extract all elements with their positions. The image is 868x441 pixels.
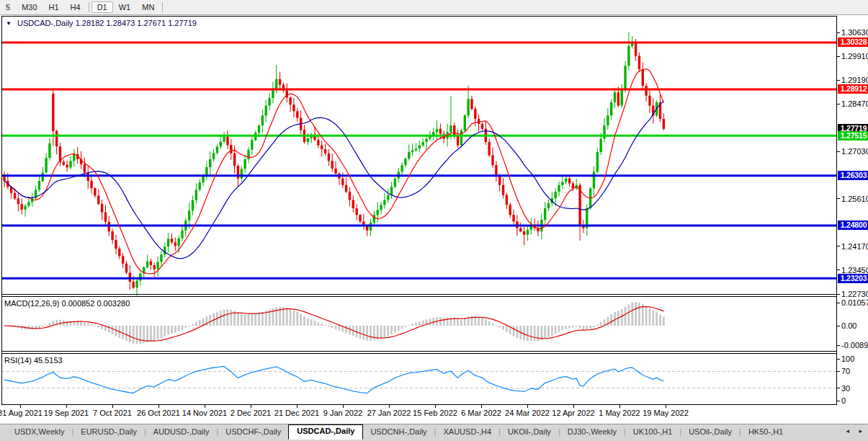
price-tick-1.28470: 1.28470 <box>841 99 868 108</box>
chart-tab-usdcad-daily[interactable]: USDCAD-,Daily <box>288 424 363 440</box>
chart-tab-usoil-daily[interactable]: USOil-,Daily <box>681 426 739 437</box>
price-tick-1.22730: 1.22730 <box>841 290 868 298</box>
chart-tab-hk50-h1[interactable]: HK50-,H1 <box>741 426 790 437</box>
price-flag-1.23203: 1.23203 <box>838 274 868 283</box>
price-flag-1.26303: 1.26303 <box>838 171 868 180</box>
chart-svg <box>0 0 868 441</box>
chart-tab-xauusd-h4[interactable]: XAUUSD-,H4 <box>436 426 498 437</box>
rsi-scale-70: 70 <box>841 367 850 375</box>
date-label: 2 Dec 2021 <box>231 409 271 417</box>
chart-tab-eurusd-daily[interactable]: EURUSD-,Daily <box>73 426 144 437</box>
tab-scroll-right-icon[interactable]: ▸ <box>859 427 862 435</box>
price-tick-1.27030: 1.27030 <box>841 147 868 156</box>
date-label: 26 Oct 2021 <box>137 409 180 417</box>
macd-scale-0.010578: 0.010578 <box>841 298 868 307</box>
macd-scale--0.00896: -0.00896 <box>841 341 868 349</box>
date-label: 1 May 2022 <box>599 409 640 417</box>
chart-tab-usdchf-daily[interactable]: USDCHF-,Daily <box>218 426 288 437</box>
price-flag-1.27515: 1.27515 <box>838 131 868 141</box>
price-tick-1.25610: 1.25610 <box>841 195 868 203</box>
rsi-label: RSI(14) 45.5153 <box>4 356 63 365</box>
date-label: 6 Mar 2022 <box>461 409 501 417</box>
price-flag-1.28912: 1.28912 <box>838 84 868 94</box>
price-tick-1.29190: 1.29190 <box>841 76 868 84</box>
macd-scale-0.00: 0.00 <box>841 321 856 330</box>
chart-tab-usdcnh-daily[interactable]: USDCNH-,Daily <box>363 426 434 437</box>
price-tick-1.30630: 1.30630 <box>841 28 868 37</box>
chart-title: ▼ USDCAD-,Daily 1.28182 1.28473 1.27671 … <box>6 19 197 27</box>
date-label: 27 Jan 2022 <box>367 409 411 417</box>
rsi-scale-0: 0 <box>841 396 846 405</box>
price-tick-1.29910: 1.29910 <box>841 52 868 61</box>
rsi-scale-100: 100 <box>841 355 854 363</box>
chart-tab-ukoil-daily[interactable]: UKOil-,Daily <box>501 426 558 437</box>
rsi-scale-30: 30 <box>841 384 850 393</box>
tab-scroll-left-icon[interactable]: ◂ <box>846 427 849 435</box>
macd-signal-line <box>4 306 663 341</box>
chart-tabbar: USDX,Weekly|EURUSD-,Daily|AUDUSD-,Daily|… <box>0 424 868 441</box>
rsi-line <box>4 366 663 393</box>
date-label: 14 Nov 2021 <box>182 409 227 417</box>
chart-ohlc-quote: 1.28182 1.28473 1.27671 1.27719 <box>76 19 197 27</box>
mt4-window: 5M30H1H4D1W1MN ▼ USDCAD-,Daily 1.28182 1… <box>0 0 868 441</box>
date-label: 21 Dec 2021 <box>274 409 319 417</box>
date-label: 24 Mar 2022 <box>505 409 550 417</box>
chart-tab-uk100-h1[interactable]: UK100-,H1 <box>626 426 679 437</box>
price-flag-1.24800: 1.24800 <box>838 220 868 230</box>
date-label: 9 Jan 2022 <box>323 409 362 417</box>
price-flag-1.30328: 1.30328 <box>838 37 868 47</box>
date-label: 15 Feb 2022 <box>413 409 457 417</box>
chart-tab-audusd-daily[interactable]: AUDUSD-,Daily <box>146 426 217 437</box>
candles <box>3 32 665 296</box>
date-label: 19 May 2022 <box>643 409 689 417</box>
date-label: 12 Apr 2022 <box>552 409 594 417</box>
chart-tab-dj30-weekly[interactable]: DJ30-,Weekly <box>560 426 624 437</box>
date-label: 31 Aug 2021 <box>0 409 42 417</box>
macd-label: MACD(12,26,9) 0.000852 0.003280 <box>4 299 130 308</box>
price-tick-1.24170: 1.24170 <box>841 242 868 251</box>
chart-tab-usdx-weekly[interactable]: USDX,Weekly <box>7 426 71 437</box>
date-label: 19 Sep 2021 <box>44 409 89 417</box>
chart-symbol-label: USDCAD-,Daily <box>17 19 73 27</box>
date-label: 7 Oct 2021 <box>93 409 132 417</box>
chart-tabs: USDX,Weekly|EURUSD-,Daily|AUDUSD-,Daily|… <box>7 424 790 439</box>
collapse-quote-icon[interactable]: ▼ <box>6 20 12 27</box>
ma-8-line <box>4 68 663 273</box>
